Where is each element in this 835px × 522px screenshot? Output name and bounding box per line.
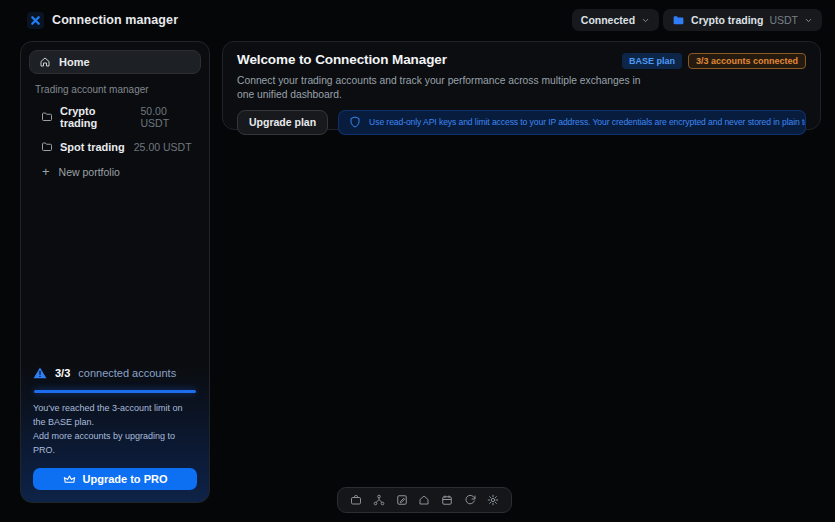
- account-selector-dropdown[interactable]: Crypto trading USDT: [663, 9, 822, 31]
- folder-icon: [672, 14, 685, 27]
- calendar-icon[interactable]: [441, 494, 453, 506]
- welcome-card-header: Welcome to Connection Manager BASE plan …: [237, 52, 806, 69]
- upgrade-to-pro-button[interactable]: Upgrade to PRO: [33, 468, 197, 490]
- connection-manager-app: { "header": { "title": "Connection manag…: [0, 0, 835, 522]
- welcome-actions-row: Upgrade plan Use read-only API keys and …: [237, 110, 806, 135]
- status-badges: BASE plan 3/3 accounts connected: [622, 53, 806, 69]
- folder-icon: [41, 141, 53, 153]
- limit-count-label: connected accounts: [78, 367, 176, 379]
- bottom-dock: [337, 487, 512, 513]
- chevron-down-icon: [804, 16, 813, 25]
- sidebar-item-home[interactable]: Home: [29, 50, 201, 74]
- settings-gear-icon[interactable]: [487, 494, 499, 506]
- page-title: Welcome to Connection Manager: [237, 52, 447, 67]
- welcome-description: Connect your trading accounts and track …: [237, 74, 657, 102]
- crown-icon: [63, 473, 76, 486]
- upgrade-plan-button[interactable]: Upgrade plan: [237, 110, 328, 135]
- app-logo-x-icon: [27, 12, 44, 29]
- home-icon: [39, 56, 51, 68]
- new-portfolio-label: New portfolio: [59, 166, 120, 178]
- portfolio-name: Crypto trading: [60, 105, 131, 129]
- new-portfolio-button[interactable]: + New portfolio: [21, 159, 209, 185]
- limit-count: 3/3: [55, 367, 70, 379]
- briefcase-icon[interactable]: [350, 494, 362, 506]
- account-limit-notice: 3/3 connected accounts You've reached th…: [21, 354, 209, 502]
- portfolio-balance: 25.00 USDT: [134, 141, 192, 153]
- limit-message: You've reached the 3-account limit on th…: [33, 402, 197, 458]
- account-selector-name: Crypto trading: [691, 14, 763, 26]
- shield-icon: [349, 116, 361, 128]
- account-limit-progress-bar: [34, 390, 196, 393]
- plus-icon: +: [42, 167, 50, 177]
- welcome-card: Welcome to Connection Manager BASE plan …: [222, 41, 821, 130]
- security-note-text: Use read-only API keys and limit access …: [369, 117, 806, 127]
- portfolio-name: Spot trading: [60, 141, 125, 153]
- plan-badge: BASE plan: [622, 53, 682, 69]
- accounts-connected-badge: 3/3 accounts connected: [688, 53, 806, 69]
- chevron-down-icon: [641, 16, 650, 25]
- sidebar-section-label: Trading account manager: [35, 84, 195, 95]
- brand: Connection manager: [27, 12, 178, 29]
- sidebar: Home Trading account manager Crypto trad…: [20, 41, 210, 503]
- connection-status-label: Connected: [581, 14, 635, 26]
- sidebar-item-portfolio-crypto[interactable]: Crypto trading 50.00 USDT: [21, 99, 209, 135]
- sidebar-item-portfolio-spot[interactable]: Spot trading 25.00 USDT: [21, 135, 209, 159]
- portfolio-balance: 50.00 USDT: [140, 105, 195, 129]
- top-bar: Connection manager Connected Crypto trad…: [0, 0, 835, 40]
- warning-triangle-icon: [33, 366, 47, 380]
- sidebar-item-home-label: Home: [59, 56, 90, 68]
- upgrade-to-pro-label: Upgrade to PRO: [83, 473, 168, 485]
- sync-icon[interactable]: [464, 494, 476, 506]
- limit-status-row: 3/3 connected accounts: [33, 366, 197, 380]
- hierarchy-icon[interactable]: [373, 494, 385, 506]
- connection-status-dropdown[interactable]: Connected: [572, 9, 659, 31]
- limit-message-line2: Add more accounts by upgrading to PRO.: [33, 430, 197, 458]
- account-selector-currency: USDT: [769, 14, 798, 26]
- security-note-banner: Use read-only API keys and limit access …: [338, 110, 806, 135]
- note-edit-icon[interactable]: [396, 494, 408, 506]
- folder-icon: [41, 111, 53, 123]
- limit-message-line1: You've reached the 3-account limit on th…: [33, 402, 197, 430]
- home-icon[interactable]: [418, 494, 430, 506]
- app-title: Connection manager: [52, 13, 178, 27]
- top-bar-right: Connected Crypto trading USDT: [572, 9, 822, 31]
